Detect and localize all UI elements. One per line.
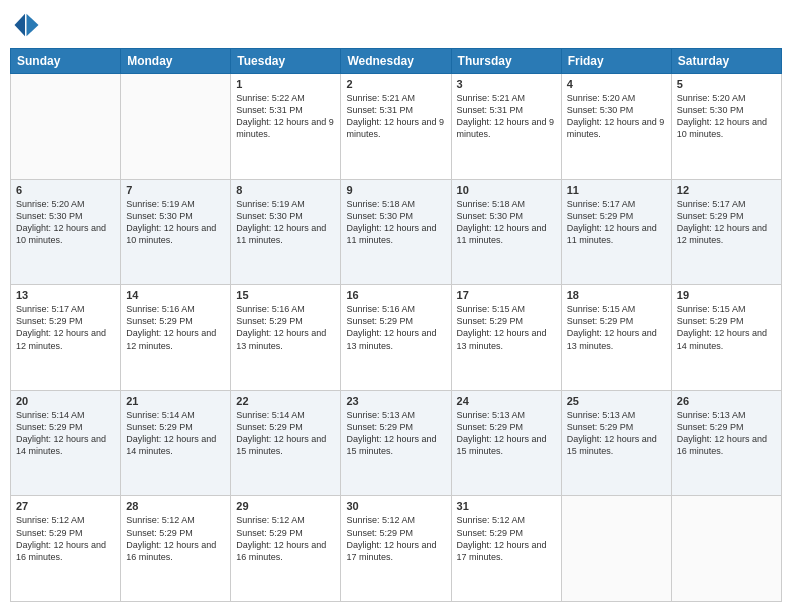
day-info: Sunrise: 5:12 AM Sunset: 5:29 PM Dayligh… <box>16 514 115 563</box>
day-number: 13 <box>16 289 115 301</box>
day-number: 24 <box>457 395 556 407</box>
calendar-cell: 6Sunrise: 5:20 AM Sunset: 5:30 PM Daylig… <box>11 179 121 285</box>
weekday-header-tuesday: Tuesday <box>231 49 341 74</box>
weekday-header-wednesday: Wednesday <box>341 49 451 74</box>
day-info: Sunrise: 5:12 AM Sunset: 5:29 PM Dayligh… <box>236 514 335 563</box>
day-info: Sunrise: 5:13 AM Sunset: 5:29 PM Dayligh… <box>567 409 666 458</box>
day-number: 30 <box>346 500 445 512</box>
day-info: Sunrise: 5:12 AM Sunset: 5:29 PM Dayligh… <box>346 514 445 563</box>
calendar-cell: 2Sunrise: 5:21 AM Sunset: 5:31 PM Daylig… <box>341 74 451 180</box>
calendar-cell: 15Sunrise: 5:16 AM Sunset: 5:29 PM Dayli… <box>231 285 341 391</box>
calendar-cell: 27Sunrise: 5:12 AM Sunset: 5:29 PM Dayli… <box>11 496 121 602</box>
day-info: Sunrise: 5:12 AM Sunset: 5:29 PM Dayligh… <box>457 514 556 563</box>
day-info: Sunrise: 5:21 AM Sunset: 5:31 PM Dayligh… <box>346 92 445 141</box>
day-number: 7 <box>126 184 225 196</box>
day-number: 26 <box>677 395 776 407</box>
day-number: 1 <box>236 78 335 90</box>
day-number: 20 <box>16 395 115 407</box>
calendar-cell: 30Sunrise: 5:12 AM Sunset: 5:29 PM Dayli… <box>341 496 451 602</box>
day-number: 18 <box>567 289 666 301</box>
day-info: Sunrise: 5:13 AM Sunset: 5:29 PM Dayligh… <box>346 409 445 458</box>
calendar-cell: 22Sunrise: 5:14 AM Sunset: 5:29 PM Dayli… <box>231 390 341 496</box>
weekday-header-monday: Monday <box>121 49 231 74</box>
day-info: Sunrise: 5:14 AM Sunset: 5:29 PM Dayligh… <box>236 409 335 458</box>
calendar-cell: 16Sunrise: 5:16 AM Sunset: 5:29 PM Dayli… <box>341 285 451 391</box>
svg-marker-1 <box>15 14 26 37</box>
week-row-4: 20Sunrise: 5:14 AM Sunset: 5:29 PM Dayli… <box>11 390 782 496</box>
day-number: 3 <box>457 78 556 90</box>
week-row-3: 13Sunrise: 5:17 AM Sunset: 5:29 PM Dayli… <box>11 285 782 391</box>
calendar-cell: 7Sunrise: 5:19 AM Sunset: 5:30 PM Daylig… <box>121 179 231 285</box>
day-number: 22 <box>236 395 335 407</box>
week-row-5: 27Sunrise: 5:12 AM Sunset: 5:29 PM Dayli… <box>11 496 782 602</box>
calendar-cell: 26Sunrise: 5:13 AM Sunset: 5:29 PM Dayli… <box>671 390 781 496</box>
weekday-header-sunday: Sunday <box>11 49 121 74</box>
logo <box>10 10 44 40</box>
calendar-cell: 19Sunrise: 5:15 AM Sunset: 5:29 PM Dayli… <box>671 285 781 391</box>
logo-icon <box>10 10 40 40</box>
day-info: Sunrise: 5:15 AM Sunset: 5:29 PM Dayligh… <box>567 303 666 352</box>
calendar-cell <box>671 496 781 602</box>
calendar-cell: 20Sunrise: 5:14 AM Sunset: 5:29 PM Dayli… <box>11 390 121 496</box>
weekday-header-friday: Friday <box>561 49 671 74</box>
calendar-cell: 9Sunrise: 5:18 AM Sunset: 5:30 PM Daylig… <box>341 179 451 285</box>
day-info: Sunrise: 5:20 AM Sunset: 5:30 PM Dayligh… <box>16 198 115 247</box>
day-info: Sunrise: 5:20 AM Sunset: 5:30 PM Dayligh… <box>567 92 666 141</box>
calendar-cell: 23Sunrise: 5:13 AM Sunset: 5:29 PM Dayli… <box>341 390 451 496</box>
day-info: Sunrise: 5:14 AM Sunset: 5:29 PM Dayligh… <box>126 409 225 458</box>
day-number: 9 <box>346 184 445 196</box>
calendar-cell <box>561 496 671 602</box>
day-number: 15 <box>236 289 335 301</box>
day-number: 2 <box>346 78 445 90</box>
day-number: 5 <box>677 78 776 90</box>
week-row-2: 6Sunrise: 5:20 AM Sunset: 5:30 PM Daylig… <box>11 179 782 285</box>
day-number: 21 <box>126 395 225 407</box>
day-info: Sunrise: 5:13 AM Sunset: 5:29 PM Dayligh… <box>457 409 556 458</box>
day-info: Sunrise: 5:16 AM Sunset: 5:29 PM Dayligh… <box>346 303 445 352</box>
day-info: Sunrise: 5:20 AM Sunset: 5:30 PM Dayligh… <box>677 92 776 141</box>
calendar-cell: 10Sunrise: 5:18 AM Sunset: 5:30 PM Dayli… <box>451 179 561 285</box>
calendar-cell: 5Sunrise: 5:20 AM Sunset: 5:30 PM Daylig… <box>671 74 781 180</box>
day-info: Sunrise: 5:18 AM Sunset: 5:30 PM Dayligh… <box>457 198 556 247</box>
calendar-cell: 28Sunrise: 5:12 AM Sunset: 5:29 PM Dayli… <box>121 496 231 602</box>
day-number: 29 <box>236 500 335 512</box>
weekday-header-row: SundayMondayTuesdayWednesdayThursdayFrid… <box>11 49 782 74</box>
day-info: Sunrise: 5:17 AM Sunset: 5:29 PM Dayligh… <box>677 198 776 247</box>
day-number: 4 <box>567 78 666 90</box>
day-info: Sunrise: 5:22 AM Sunset: 5:31 PM Dayligh… <box>236 92 335 141</box>
day-info: Sunrise: 5:21 AM Sunset: 5:31 PM Dayligh… <box>457 92 556 141</box>
calendar-cell: 11Sunrise: 5:17 AM Sunset: 5:29 PM Dayli… <box>561 179 671 285</box>
calendar-cell: 21Sunrise: 5:14 AM Sunset: 5:29 PM Dayli… <box>121 390 231 496</box>
day-number: 25 <box>567 395 666 407</box>
calendar-cell: 17Sunrise: 5:15 AM Sunset: 5:29 PM Dayli… <box>451 285 561 391</box>
day-info: Sunrise: 5:14 AM Sunset: 5:29 PM Dayligh… <box>16 409 115 458</box>
weekday-header-saturday: Saturday <box>671 49 781 74</box>
header <box>10 10 782 40</box>
week-row-1: 1Sunrise: 5:22 AM Sunset: 5:31 PM Daylig… <box>11 74 782 180</box>
day-info: Sunrise: 5:17 AM Sunset: 5:29 PM Dayligh… <box>567 198 666 247</box>
day-number: 28 <box>126 500 225 512</box>
calendar-cell: 13Sunrise: 5:17 AM Sunset: 5:29 PM Dayli… <box>11 285 121 391</box>
day-number: 17 <box>457 289 556 301</box>
calendar-cell: 8Sunrise: 5:19 AM Sunset: 5:30 PM Daylig… <box>231 179 341 285</box>
calendar-cell <box>121 74 231 180</box>
day-number: 10 <box>457 184 556 196</box>
calendar-table: SundayMondayTuesdayWednesdayThursdayFrid… <box>10 48 782 602</box>
day-number: 14 <box>126 289 225 301</box>
day-info: Sunrise: 5:19 AM Sunset: 5:30 PM Dayligh… <box>236 198 335 247</box>
calendar-cell: 1Sunrise: 5:22 AM Sunset: 5:31 PM Daylig… <box>231 74 341 180</box>
day-info: Sunrise: 5:15 AM Sunset: 5:29 PM Dayligh… <box>677 303 776 352</box>
day-number: 6 <box>16 184 115 196</box>
calendar-cell: 29Sunrise: 5:12 AM Sunset: 5:29 PM Dayli… <box>231 496 341 602</box>
day-info: Sunrise: 5:16 AM Sunset: 5:29 PM Dayligh… <box>126 303 225 352</box>
day-info: Sunrise: 5:18 AM Sunset: 5:30 PM Dayligh… <box>346 198 445 247</box>
calendar-cell: 4Sunrise: 5:20 AM Sunset: 5:30 PM Daylig… <box>561 74 671 180</box>
page: SundayMondayTuesdayWednesdayThursdayFrid… <box>0 0 792 612</box>
calendar-cell <box>11 74 121 180</box>
day-info: Sunrise: 5:15 AM Sunset: 5:29 PM Dayligh… <box>457 303 556 352</box>
calendar-cell: 18Sunrise: 5:15 AM Sunset: 5:29 PM Dayli… <box>561 285 671 391</box>
calendar-cell: 31Sunrise: 5:12 AM Sunset: 5:29 PM Dayli… <box>451 496 561 602</box>
calendar-cell: 3Sunrise: 5:21 AM Sunset: 5:31 PM Daylig… <box>451 74 561 180</box>
weekday-header-thursday: Thursday <box>451 49 561 74</box>
day-number: 11 <box>567 184 666 196</box>
